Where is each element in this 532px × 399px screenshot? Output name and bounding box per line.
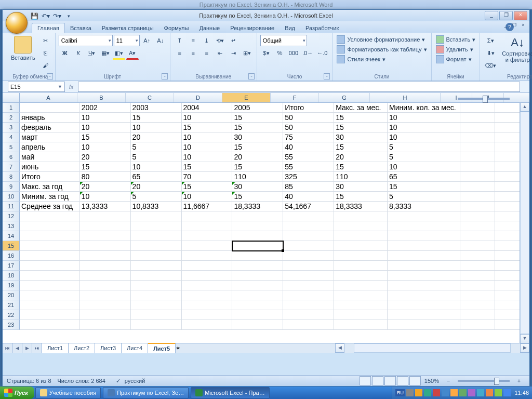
decrease-indent-icon[interactable]: ⇤ [214,47,227,59]
format-cells-button[interactable]: Формат ▾ [435,55,473,64]
cell[interactable]: 15 [232,192,283,202]
cell[interactable] [232,221,283,231]
cell[interactable] [80,231,131,241]
cell[interactable]: 20 [232,152,283,162]
select-all-corner[interactable] [3,93,20,102]
cell[interactable]: 20 [80,182,131,192]
cell[interactable] [20,221,80,231]
vertical-scrollbar[interactable]: ▲ ▼ [520,102,529,343]
cell[interactable] [460,261,495,271]
cell[interactable] [182,211,233,221]
cell[interactable] [232,271,283,281]
cell[interactable]: 15 [232,113,283,123]
cell[interactable] [182,310,233,320]
cell[interactable]: 15 [80,132,131,142]
cell[interactable]: 11,6667 [182,202,233,211]
cell[interactable]: 50 [283,113,334,123]
cell[interactable]: 10 [80,142,131,152]
row-header[interactable]: 20 [3,290,20,300]
cell[interactable] [460,221,495,231]
cell[interactable] [388,241,460,251]
cell[interactable]: 10 [182,142,233,152]
cell[interactable]: 15 [334,192,388,202]
start-button[interactable]: Пуск [0,387,34,399]
cell[interactable]: 10 [182,113,233,123]
cell[interactable]: 5 [388,152,460,162]
cell[interactable]: 110 [232,172,283,182]
column-header[interactable]: H [370,93,441,102]
word-view2-icon[interactable] [372,376,383,385]
sort-filter-button[interactable]: A↓ Сортировка и фильтр [500,35,532,64]
cell[interactable] [460,152,495,162]
word-zoom-label[interactable]: 150% [424,378,439,384]
row-header[interactable]: 9 [3,182,20,192]
decrease-decimal-icon[interactable]: ←.0 [315,47,329,59]
align-middle-icon[interactable]: ≡ [187,35,200,46]
cell[interactable] [334,211,388,221]
cell[interactable] [20,231,80,241]
cell[interactable] [283,290,334,300]
taskbar-button[interactable]: Microsoft Excel - Пра… [191,387,270,398]
cell[interactable]: май [20,152,80,162]
cell[interactable]: 10 [131,123,182,132]
redo-icon[interactable]: ↷▾ [52,11,62,21]
tray-icon-10[interactable] [486,389,493,396]
row-header[interactable]: 11 [3,202,20,211]
qat-customize-icon[interactable]: ▾ [64,11,73,21]
cell[interactable] [182,251,233,261]
spellcheck-icon[interactable]: ✓ [116,378,121,384]
cell[interactable] [460,113,495,123]
cell[interactable] [334,251,388,261]
cell[interactable]: 18,3333 [334,202,388,211]
copy-icon[interactable]: ⎘ [39,47,52,59]
number-dialog-icon[interactable]: ⌵ [324,73,330,79]
cell[interactable] [131,251,182,261]
cell[interactable]: 20 [131,132,182,142]
cell[interactable] [283,251,334,261]
cell[interactable]: 15 [182,162,233,172]
row-header[interactable]: 7 [3,162,20,172]
column-header[interactable]: A [20,93,77,102]
cell[interactable]: 13,3333 [80,202,131,211]
row-header[interactable]: 12 [3,211,20,221]
restore-button[interactable]: ❐ [499,11,513,20]
cell[interactable]: 15 [232,162,283,172]
cell[interactable] [334,271,388,281]
cell[interactable] [232,320,283,330]
cell[interactable]: 10 [388,162,460,172]
cell[interactable]: 40 [283,142,334,152]
row-header[interactable]: 23 [3,320,20,330]
cell[interactable] [182,281,233,290]
cell[interactable]: февраль [20,123,80,132]
cell[interactable]: 15 [334,123,388,132]
cell[interactable]: 30 [334,182,388,192]
cell[interactable] [80,261,131,271]
minimize-button[interactable]: _ [485,11,498,20]
cell[interactable]: 15 [131,113,182,123]
tray-icon-1[interactable] [406,389,414,396]
bold-button[interactable]: Ж [59,47,71,59]
cell[interactable] [388,251,460,261]
cell[interactable]: 10 [388,113,460,123]
column-header[interactable]: D [174,93,222,102]
cell[interactable] [20,310,80,320]
cell[interactable] [460,172,495,182]
row-header[interactable]: 4 [3,132,20,142]
cell[interactable] [20,261,80,271]
cell[interactable] [80,281,131,290]
tray-icon-9[interactable] [477,389,484,396]
scroll-down-icon[interactable]: ▼ [520,334,529,343]
row-header[interactable]: 16 [3,251,20,261]
cell[interactable]: Миним. за год [20,192,80,202]
cell[interactable] [131,211,182,221]
cell[interactable] [283,281,334,290]
tray-icon-6[interactable] [450,389,458,396]
cell[interactable] [283,211,334,221]
row-header[interactable]: 2 [3,113,20,123]
cell[interactable] [460,182,495,192]
cell[interactable]: 75 [283,132,334,142]
formula-input[interactable] [78,82,520,92]
row-header[interactable]: 3 [3,123,20,132]
cell[interactable] [20,320,80,330]
scroll-up-icon[interactable]: ▲ [520,102,529,112]
